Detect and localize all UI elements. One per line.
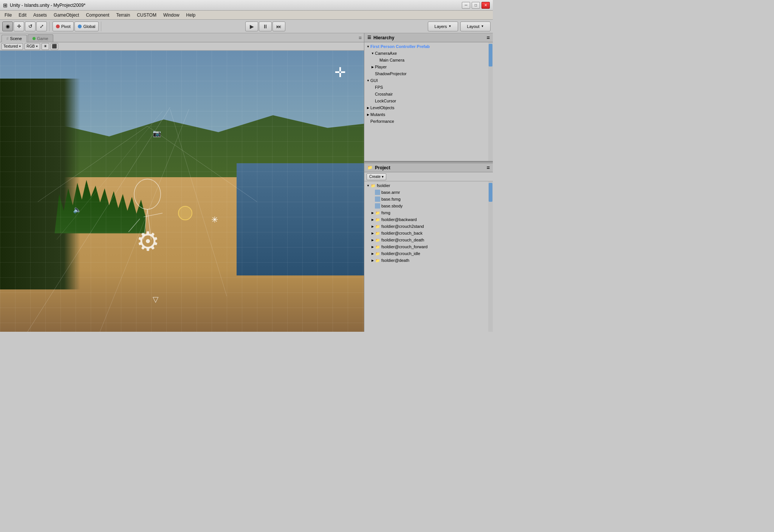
tab-scene[interactable]: # Scene [2, 35, 27, 42]
tab-settings-icon[interactable]: ≡ [359, 35, 362, 41]
fsoldierBackward-folder-icon: 📁 [375, 217, 380, 222]
move-tool-button[interactable]: ✛ [14, 22, 24, 31]
hierarchy-item-mainCamera[interactable]: Main Camera [364, 57, 493, 63]
fsoldier-label: fsoldier [377, 183, 390, 188]
shading-label: Textured [3, 44, 18, 48]
project-item-fsoldierCrouchIdle[interactable]: ▶ 📁 fsoldier@crouch_idle [364, 250, 493, 257]
menu-custom[interactable]: CUSTOM [134, 12, 159, 19]
project-content: ▼ 📁 fsoldier base.armr base.fsmg [364, 181, 493, 332]
menu-gameobject[interactable]: GameObject [51, 12, 82, 19]
project-item-fsmg[interactable]: ▶ 📁 fsmg [364, 209, 493, 216]
hierarchy-item-player[interactable]: ▶ Player [364, 63, 493, 70]
project-item-fsoldierDeath[interactable]: ▶ 📁 fsoldier@death [364, 257, 493, 264]
rotate-tool-button[interactable]: ↺ [25, 22, 36, 31]
menu-bar: File Edit Assets GameObject Component Te… [0, 11, 493, 20]
menu-file[interactable]: File [2, 12, 15, 19]
minimize-button[interactable]: ─ [462, 2, 470, 9]
step-button[interactable]: ⏭ [272, 22, 285, 31]
hierarchy-item-fps[interactable]: FPS [364, 84, 493, 91]
project-item-fsoldierCrouch2stand[interactable]: ▶ 📁 fsoldier@crouch2stand [364, 223, 493, 230]
gui-label: GUI [370, 78, 378, 83]
fsoldierCrouchDeath-folder-icon: 📁 [375, 237, 380, 243]
baseArmr-mesh-icon [375, 190, 380, 195]
project-scrollbar[interactable] [488, 181, 493, 332]
project-panel: 📁 Project = Create ▾ ▼ 📁 fsoldier [364, 163, 493, 332]
hierarchy-header: ☰ Hierarchy = [364, 33, 493, 42]
shading-mode-select[interactable]: Textured ▼ [2, 43, 23, 50]
project-header: 📁 Project = [364, 163, 493, 172]
close-button[interactable]: ✕ [481, 2, 490, 9]
hierarchy-scroll-thumb[interactable] [489, 44, 492, 66]
global-button[interactable]: Global [74, 22, 99, 31]
hierarchy-item-performance[interactable]: Performance [364, 118, 493, 125]
pause-button[interactable]: ⏸ [259, 22, 272, 31]
scene-toolbar: Textured ▼ RGB ▼ ☀ ⬛ [0, 42, 364, 51]
fsoldierCrouch2stand-folder-icon: 📁 [375, 224, 380, 229]
layout-dropdown[interactable]: Layout ▼ [460, 22, 491, 31]
toolbar: ◉ ✛ ↺ ⤢ Pivot Global ▶ ⏸ ⏭ Layers ▼ Layo… [0, 20, 493, 33]
hierarchy-item-fpc[interactable]: ▼ First Person Controller Prefab [364, 43, 493, 50]
project-scroll-thumb[interactable] [489, 183, 492, 202]
fsoldierCrouchForward-folder-icon: 📁 [375, 244, 380, 249]
hierarchy-scrollbar[interactable] [488, 42, 493, 161]
play-controls: ▶ ⏸ ⏭ [104, 22, 426, 31]
project-item-fsoldierCrouchDeath[interactable]: ▶ 📁 fsoldier@crouch_death [364, 237, 493, 243]
menu-window[interactable]: Window [160, 12, 183, 19]
fsoldierCrouchDeath-label: fsoldier@crouch_death [381, 238, 424, 242]
hierarchy-item-crosshair[interactable]: Crosshair [364, 91, 493, 97]
menu-assets[interactable]: Assets [30, 12, 50, 19]
create-label: Create ▾ [369, 175, 384, 179]
sun-scene-button[interactable]: ☀ [42, 43, 49, 50]
project-item-fsoldierCrouchBack[interactable]: ▶ 📁 fsoldier@crouch_back [364, 230, 493, 237]
main-content: # Scene Game ≡ Textured ▼ RGB ▼ ☀ ⬛ [0, 33, 493, 332]
scene-viewport[interactable]: 📷 ✛ ✳ 🔈 ⚙ ▽ [0, 51, 364, 332]
mutants-label: Mutants [370, 112, 385, 117]
lockCursor-label: LockCursor [375, 99, 396, 103]
fsoldierCrouchIdle-arrow-icon: ▶ [370, 252, 375, 255]
play-button[interactable]: ▶ [245, 22, 258, 31]
performance-label: Performance [370, 119, 394, 124]
image-scene-button[interactable]: ⬛ [51, 43, 58, 50]
color-mode-label: RGB [26, 44, 35, 48]
hierarchy-settings-icon[interactable]: = [487, 35, 490, 41]
eye-tool-button[interactable]: ◉ [2, 22, 13, 31]
scene-panel: # Scene Game ≡ Textured ▼ RGB ▼ ☀ ⬛ [0, 33, 364, 332]
menu-edit[interactable]: Edit [15, 12, 29, 19]
maximize-button[interactable]: □ [472, 2, 480, 9]
create-button[interactable]: Create ▾ [367, 173, 386, 180]
menu-component[interactable]: Component [83, 12, 112, 19]
layers-dropdown[interactable]: Layers ▼ [428, 22, 458, 31]
hierarchy-item-mutants[interactable]: ▶ Mutants [364, 111, 493, 118]
speaker-icon: 🔈 [73, 206, 81, 214]
project-item-fsoldier[interactable]: ▼ 📁 fsoldier [364, 182, 493, 189]
scale-tool-button[interactable]: ⤢ [36, 22, 47, 31]
hierarchy-item-shadowProjector[interactable]: ShadowProjector [364, 70, 493, 77]
wireframe-character: ⚙ [131, 207, 165, 275]
tab-game[interactable]: Game [28, 34, 53, 42]
baseArmr-label: base.armr [381, 190, 400, 195]
menu-help[interactable]: Help [183, 12, 199, 19]
cameraAxe-label: CameraAxe [375, 51, 397, 56]
project-item-baseArmr[interactable]: base.armr [364, 189, 493, 196]
project-item-baseFsmg[interactable]: base.fsmg [364, 196, 493, 203]
hierarchy-item-lockCursor[interactable]: LockCursor [364, 97, 493, 104]
hierarchy-item-gui[interactable]: ▼ GUI [364, 77, 493, 84]
mainCamera-label: Main Camera [379, 58, 404, 62]
fsmg-arrow-icon: ▶ [370, 211, 375, 215]
fps-label: FPS [375, 85, 383, 90]
fsoldierDeath-arrow-icon: ▶ [370, 259, 375, 262]
pivot-button[interactable]: Pivot [53, 22, 74, 31]
move-widget-icon: ✛ [334, 65, 346, 80]
project-item-fsoldierBackward[interactable]: ▶ 📁 fsoldier@backward [364, 216, 493, 223]
project-settings-icon[interactable]: = [487, 165, 490, 171]
fsoldierCrouchIdle-folder-icon: 📁 [375, 251, 380, 256]
color-mode-select[interactable]: RGB ▼ [25, 43, 40, 50]
hierarchy-item-cameraAxe[interactable]: ▼ CameraAxe [364, 50, 493, 57]
camera-scene-icon: 📷 [153, 129, 161, 138]
project-item-baseSbody[interactable]: base.sbody [364, 203, 493, 209]
menu-terrain[interactable]: Terrain [113, 12, 133, 19]
project-item-fsoldierCrouchForward[interactable]: ▶ 📁 fsoldier@crouch_forward [364, 243, 493, 250]
hierarchy-item-levelObjects[interactable]: ▶ LevelObjects [364, 104, 493, 111]
fpc-label: First Person Controller Prefab [370, 44, 430, 49]
hierarchy-panel: ☰ Hierarchy = ▼ First Person Controller … [364, 33, 493, 162]
